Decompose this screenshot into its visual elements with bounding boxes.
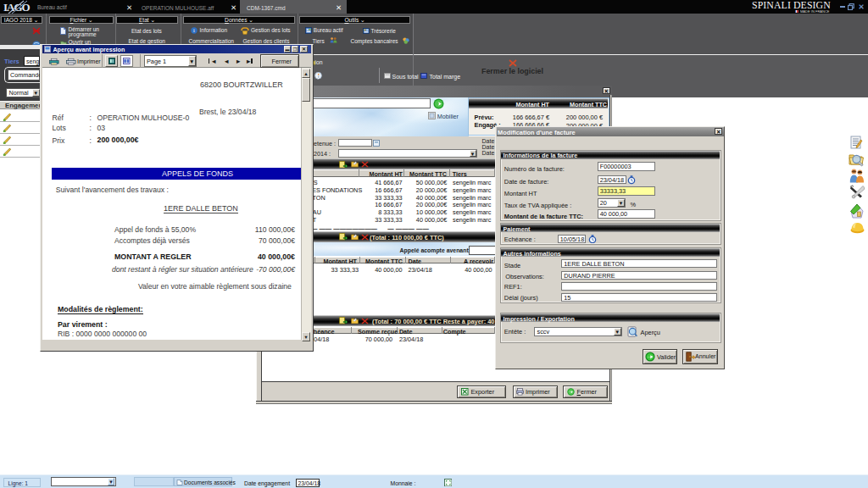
- svg-text:i: i: [193, 27, 195, 33]
